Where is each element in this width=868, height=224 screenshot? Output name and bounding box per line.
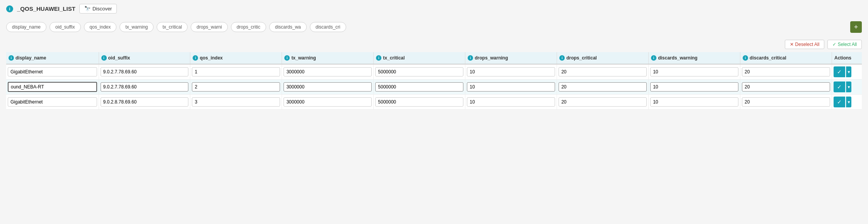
cell-drops-critical bbox=[557, 80, 649, 95]
input-display-name-row1[interactable] bbox=[8, 82, 97, 92]
th-info-icon-tx-warning: i bbox=[284, 55, 290, 61]
filter-row: display_name oid_suffix qos_index tx_war… bbox=[6, 21, 862, 33]
cell-tx-warning bbox=[282, 64, 374, 80]
check-action-button[interactable]: ✓ bbox=[834, 97, 845, 107]
filter-tag-display-name[interactable]: display_name bbox=[6, 22, 46, 32]
th-drops-critical: i drops_critical bbox=[557, 52, 649, 64]
cell-discards-warning bbox=[649, 95, 740, 110]
more-action-button[interactable]: ▼ bbox=[846, 97, 851, 107]
cell-tx-critical bbox=[374, 64, 465, 80]
input-qos-index-row1[interactable] bbox=[192, 82, 280, 92]
th-info-icon-qos-index: i bbox=[193, 55, 198, 61]
input-drops-critical-row1[interactable] bbox=[559, 82, 647, 92]
input-tx-warning-row2[interactable] bbox=[284, 97, 372, 107]
cell-tx-critical bbox=[374, 80, 465, 95]
page-title: _QOS_HUAWEI_LIST bbox=[17, 5, 75, 12]
cell-tx-critical bbox=[374, 95, 465, 110]
input-tx-critical-row1[interactable] bbox=[375, 82, 463, 92]
input-oid-suffix-row2[interactable] bbox=[101, 97, 189, 107]
th-discards-critical: i discards_critical bbox=[740, 52, 832, 64]
cell-oid-suffix bbox=[99, 64, 190, 80]
cell-drops-warning bbox=[465, 80, 557, 95]
input-tx-critical-row0[interactable] bbox=[375, 67, 463, 76]
header-info-icon: i bbox=[6, 5, 13, 12]
selection-row: ✕ Deselect All ✓ Select All bbox=[6, 40, 862, 49]
cell-drops-warning bbox=[465, 95, 557, 110]
filter-tag-oid-suffix[interactable]: oid_suffix bbox=[50, 22, 80, 32]
input-oid-suffix-row1[interactable] bbox=[101, 82, 189, 92]
th-info-icon-drops-critical: i bbox=[559, 55, 565, 61]
cell-display-name bbox=[6, 95, 99, 110]
cell-qos-index bbox=[190, 95, 282, 110]
input-display-name-row2[interactable] bbox=[8, 97, 97, 107]
cell-drops-critical bbox=[557, 64, 649, 80]
th-info-icon-oid-suffix: i bbox=[101, 55, 107, 61]
cell-discards-warning bbox=[649, 64, 740, 80]
discover-button[interactable]: 🔭 Discover bbox=[79, 4, 117, 14]
table-header-row: i display_name i oid_suffix i qos_index bbox=[6, 52, 862, 64]
check-action-button[interactable]: ✓ bbox=[834, 66, 845, 77]
filter-tag-tx-warning[interactable]: tx_warning bbox=[120, 22, 154, 32]
cell-discards-critical bbox=[740, 95, 832, 110]
input-discards-warning-row2[interactable] bbox=[650, 97, 738, 107]
th-actions: Actions bbox=[832, 52, 862, 64]
input-drops-critical-row0[interactable] bbox=[559, 67, 647, 76]
filter-tag-qos-index[interactable]: qos_index bbox=[84, 22, 117, 32]
check-action-button[interactable]: ✓ bbox=[834, 81, 845, 92]
add-filter-button[interactable]: + bbox=[850, 21, 862, 33]
input-discards-warning-row1[interactable] bbox=[650, 82, 738, 92]
filter-tag-drops-warning[interactable]: drops_warni bbox=[191, 22, 227, 32]
select-all-button[interactable]: ✓ Select All bbox=[827, 40, 862, 49]
th-info-icon-discards-critical: i bbox=[743, 55, 748, 61]
more-action-button[interactable]: ▼ bbox=[846, 66, 851, 77]
input-discards-critical-row0[interactable] bbox=[742, 67, 830, 76]
data-table: i display_name i oid_suffix i qos_index bbox=[6, 52, 862, 110]
cell-oid-suffix bbox=[99, 95, 190, 110]
cell-drops-critical bbox=[557, 95, 649, 110]
th-tx-critical: i tx_critical bbox=[374, 52, 465, 64]
input-qos-index-row0[interactable] bbox=[192, 67, 280, 76]
cell-qos-index bbox=[190, 64, 282, 80]
input-drops-warning-row2[interactable] bbox=[467, 97, 555, 107]
cell-actions: ✓▼ bbox=[832, 80, 862, 95]
filter-tag-drops-critical[interactable]: drops_critic bbox=[231, 22, 266, 32]
th-info-icon-tx-critical: i bbox=[376, 55, 381, 61]
th-info-icon-discards-warning: i bbox=[651, 55, 656, 61]
filter-tag-tx-critical[interactable]: tx_critical bbox=[157, 22, 188, 32]
th-tx-warning: i tx_warning bbox=[282, 52, 374, 64]
cell-qos-index bbox=[190, 80, 282, 95]
th-discards-warning: i discards_warning bbox=[649, 52, 740, 64]
cell-drops-warning bbox=[465, 64, 557, 80]
input-tx-warning-row1[interactable] bbox=[284, 82, 372, 92]
th-display-name: i display_name bbox=[6, 52, 99, 64]
input-display-name-row0[interactable] bbox=[8, 67, 97, 76]
th-oid-suffix: i oid_suffix bbox=[99, 52, 190, 64]
deselect-all-button[interactable]: ✕ Deselect All bbox=[785, 40, 824, 49]
input-discards-critical-row1[interactable] bbox=[742, 82, 830, 92]
filter-tag-discards-critical[interactable]: discards_cri bbox=[310, 22, 346, 32]
cell-actions: ✓▼ bbox=[832, 64, 862, 80]
cell-tx-warning bbox=[282, 80, 374, 95]
input-qos-index-row2[interactable] bbox=[192, 97, 280, 107]
page-wrapper: i _QOS_HUAWEI_LIST 🔭 Discover display_na… bbox=[0, 0, 868, 224]
th-drops-warning: i drops_warning bbox=[465, 52, 557, 64]
cell-oid-suffix bbox=[99, 80, 190, 95]
table-row: ✓▼ bbox=[6, 95, 862, 110]
more-action-button[interactable]: ▼ bbox=[846, 81, 851, 92]
cell-discards-warning bbox=[649, 80, 740, 95]
input-discards-critical-row2[interactable] bbox=[742, 97, 830, 107]
th-qos-index: i qos_index bbox=[190, 52, 282, 64]
cell-display-name bbox=[6, 80, 99, 95]
input-tx-critical-row2[interactable] bbox=[375, 97, 463, 107]
input-drops-critical-row2[interactable] bbox=[559, 97, 647, 107]
filter-tag-discards-warning[interactable]: discards_wa bbox=[269, 22, 307, 32]
cell-discards-critical bbox=[740, 64, 832, 80]
input-discards-warning-row0[interactable] bbox=[650, 67, 738, 76]
header-bar: i _QOS_HUAWEI_LIST 🔭 Discover bbox=[6, 4, 862, 14]
input-drops-warning-row1[interactable] bbox=[467, 82, 555, 92]
input-oid-suffix-row0[interactable] bbox=[101, 67, 189, 76]
cell-discards-critical bbox=[740, 80, 832, 95]
cell-tx-warning bbox=[282, 95, 374, 110]
input-drops-warning-row0[interactable] bbox=[467, 67, 555, 76]
input-tx-warning-row0[interactable] bbox=[284, 67, 372, 76]
